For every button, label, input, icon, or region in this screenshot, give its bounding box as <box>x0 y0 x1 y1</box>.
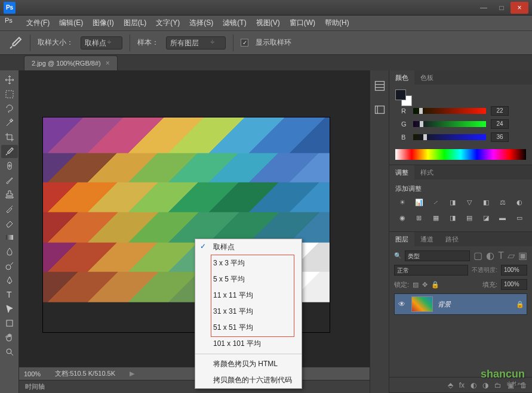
eyedropper-tool[interactable] <box>1 145 18 158</box>
lasso-tool[interactable] <box>1 102 18 115</box>
ctx-11x11[interactable]: 11 x 11 平均 <box>195 287 302 304</box>
lock-all-icon[interactable]: 🔒 <box>431 281 439 289</box>
eraser-tool[interactable] <box>1 216 18 230</box>
ctx-3x3[interactable]: 3 x 3 平均 <box>195 255 302 271</box>
crop-tool[interactable] <box>1 131 18 144</box>
healing-tool[interactable] <box>1 159 18 172</box>
layer-thumbnail[interactable] <box>411 296 433 312</box>
wand-tool[interactable] <box>1 116 18 129</box>
filter-shape-icon[interactable]: ▱ <box>508 250 515 261</box>
ctx-51x51[interactable]: 51 x 51 平均 <box>195 320 302 336</box>
fg-color-swatch[interactable] <box>395 89 406 100</box>
zoom-tool[interactable] <box>1 345 18 358</box>
blend-mode-select[interactable]: 正常 <box>394 265 468 276</box>
bw-icon[interactable]: ◐ <box>513 197 525 208</box>
r-value[interactable]: 22 <box>491 106 509 116</box>
menu-filter[interactable]: 滤镜(T) <box>218 16 251 30</box>
menu-help[interactable]: 帮助(H) <box>320 16 354 30</box>
menu-file[interactable]: 文件(F) <box>21 16 54 30</box>
history-panel-icon[interactable] <box>374 80 386 92</box>
b-value[interactable]: 36 <box>491 132 509 142</box>
minimize-button[interactable]: — <box>475 2 493 14</box>
dodge-tool[interactable] <box>1 259 18 273</box>
shape-tool[interactable] <box>1 317 18 330</box>
color-spectrum[interactable] <box>395 149 526 160</box>
opacity-input[interactable]: 100% <box>501 265 527 276</box>
zoom-level[interactable]: 100% <box>24 370 41 377</box>
invert-icon[interactable]: ◨ <box>447 212 459 223</box>
document-tab[interactable]: 2.jpg @ 100%(RGB/8#) × <box>24 55 118 70</box>
show-ring-checkbox[interactable]: ✓ <box>241 39 248 47</box>
ctx-31x31[interactable]: 31 x 31 平均 <box>195 304 302 320</box>
sample-layers-select[interactable]: 所有图层 ÷ <box>166 36 226 49</box>
menu-window[interactable]: 窗口(W) <box>285 16 320 30</box>
menu-select[interactable]: 选择(S) <box>184 16 218 30</box>
b-slider[interactable] <box>413 134 486 140</box>
lock-position-icon[interactable]: ✥ <box>422 281 428 289</box>
balance-icon[interactable]: ⚖ <box>497 197 509 208</box>
marquee-tool[interactable] <box>1 88 18 101</box>
visibility-icon[interactable]: 👁 <box>397 300 407 308</box>
tab-paths[interactable]: 路径 <box>439 232 465 246</box>
tab-styles[interactable]: 样式 <box>414 165 439 180</box>
lock-pixels-icon[interactable]: ▨ <box>413 281 419 289</box>
filter-kind-select[interactable]: 类型 <box>405 250 470 261</box>
tab-swatches[interactable]: 色板 <box>414 70 439 85</box>
fill-input[interactable]: 100% <box>501 279 527 290</box>
levels-icon[interactable]: 📊 <box>413 197 425 208</box>
tab-color[interactable]: 颜色 <box>389 70 414 85</box>
layer-style-icon[interactable]: fx <box>459 381 465 389</box>
filter-adjust-icon[interactable]: ◐ <box>486 250 494 261</box>
filter-smart-icon[interactable]: ▣ <box>518 250 527 261</box>
menu-view[interactable]: 视图(V) <box>251 16 285 30</box>
tab-channels[interactable]: 通道 <box>414 232 439 246</box>
menu-type[interactable]: 文字(Y) <box>151 16 184 30</box>
hue-icon[interactable]: ◧ <box>480 197 492 208</box>
status-arrow-icon[interactable]: ▶ <box>130 370 134 377</box>
link-layers-icon[interactable]: ⬘ <box>448 381 453 389</box>
stamp-tool[interactable] <box>1 188 18 201</box>
photo-filter-icon[interactable]: ◉ <box>396 212 408 223</box>
sample-size-select[interactable]: 取样点 ÷ <box>81 36 122 49</box>
g-value[interactable]: 24 <box>491 119 509 129</box>
exposure-icon[interactable]: ◨ <box>447 197 459 208</box>
layer-name[interactable]: 背景 <box>438 300 511 309</box>
posterize-icon[interactable]: ▤ <box>463 212 475 223</box>
curves-icon[interactable]: ⟋ <box>430 197 442 208</box>
menu-edit[interactable]: 编辑(E) <box>54 16 88 30</box>
lock-icon[interactable]: 🔒 <box>516 301 524 308</box>
gradient-map-icon[interactable]: ▬ <box>497 212 509 223</box>
selective-icon[interactable]: ▭ <box>513 212 525 223</box>
path-tool[interactable] <box>1 302 18 315</box>
ctx-copy-hex[interactable]: 拷贝颜色的十六进制代码 <box>195 372 302 388</box>
hand-tool[interactable] <box>1 331 18 344</box>
vibrance-icon[interactable]: ▽ <box>463 197 475 208</box>
tab-layers[interactable]: 图层 <box>389 232 414 246</box>
ctx-copy-html[interactable]: 将颜色拷贝为 HTML <box>195 356 302 372</box>
eyedropper-tool-icon[interactable] <box>8 36 23 50</box>
filter-pixel-icon[interactable]: ▢ <box>473 250 482 261</box>
filter-type-icon[interactable]: T <box>498 250 504 261</box>
menu-image[interactable]: 图像(I) <box>88 16 118 30</box>
mixer-icon[interactable]: ⊞ <box>413 212 425 223</box>
r-slider[interactable] <box>413 108 486 114</box>
move-tool[interactable] <box>1 73 18 86</box>
gradient-tool[interactable] <box>1 231 18 244</box>
pen-tool[interactable] <box>1 274 18 287</box>
ctx-sample-point[interactable]: ✓取样点 <box>195 239 302 255</box>
threshold-icon[interactable]: ◪ <box>480 212 492 223</box>
properties-panel-icon[interactable] <box>374 104 386 116</box>
blur-tool[interactable] <box>1 245 18 258</box>
history-brush-tool[interactable] <box>1 202 18 215</box>
ctx-101x101[interactable]: 101 x 101 平均 <box>195 336 302 352</box>
canvas-viewport[interactable]: ✓取样点 3 x 3 平均 5 x 5 平均 11 x 11 平均 31 x 3… <box>19 70 370 367</box>
lookup-icon[interactable]: ▦ <box>430 212 442 223</box>
maximize-button[interactable]: □ <box>493 2 511 14</box>
doc-size-info[interactable]: 文档:510.5 K/510.5K <box>55 369 115 378</box>
brush-tool[interactable] <box>1 174 18 187</box>
close-button[interactable]: × <box>511 2 528 14</box>
ctx-5x5[interactable]: 5 x 5 平均 <box>195 271 302 287</box>
type-tool[interactable]: T <box>1 288 18 301</box>
layer-item-background[interactable]: 👁 背景 🔒 <box>394 293 527 315</box>
brightness-icon[interactable]: ☀ <box>396 197 408 208</box>
